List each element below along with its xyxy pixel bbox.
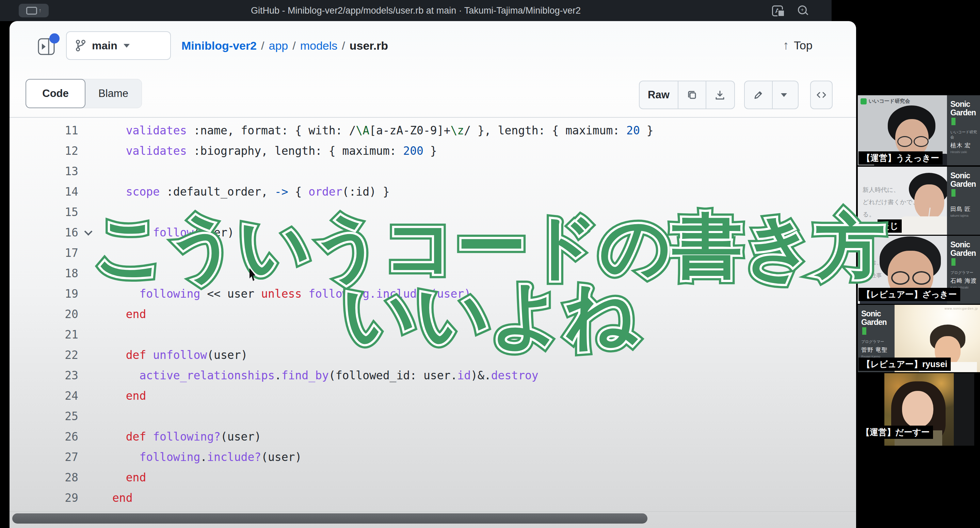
line-number[interactable]: 29 xyxy=(10,488,78,508)
code-line: 28 end xyxy=(10,468,856,488)
member-name-en: takumi tajima xyxy=(950,214,980,217)
scrollbar-track-line xyxy=(10,511,856,512)
breadcrumb-repo-link[interactable]: Miniblog-ver2 xyxy=(181,39,257,52)
member-name: 田島 匠 xyxy=(950,205,980,213)
breadcrumb-separator: / xyxy=(337,39,349,52)
line-number[interactable]: 14 xyxy=(10,182,78,202)
breadcrumb-separator: / xyxy=(257,39,269,52)
code-text: validates :biography, length: { maximum:… xyxy=(112,141,437,161)
member-role: プログラマー xyxy=(861,339,894,344)
org-name: Sonic Garden xyxy=(950,100,979,125)
code-line: 26 def following?(user) xyxy=(10,427,856,447)
participant-tile-uekki: いいコード研究会 Sonic Garden いいコード研究会 植木 宏 Hiro… xyxy=(858,95,980,165)
code-line: 11 validates :name, format: { with: /\A[… xyxy=(10,121,856,141)
video-frame: GitHub - Miniblog-ver2/app/models/user.r… xyxy=(0,0,980,528)
chevron-down-icon xyxy=(781,93,787,97)
line-number[interactable]: 15 xyxy=(10,202,78,222)
top-label: Top xyxy=(794,39,813,52)
org-name: Sonic Garden xyxy=(950,241,979,266)
breadcrumb-path-link[interactable]: app xyxy=(269,39,288,52)
glasses-icon xyxy=(897,136,912,147)
pencil-icon xyxy=(753,89,764,100)
code-line: 22 def unfollow(user) xyxy=(10,345,856,365)
poster-text: るのは、 的な仕事 xyxy=(860,256,882,282)
breadcrumb-file-name: user.rb xyxy=(350,39,388,52)
share-arrow-icon: ↑ xyxy=(39,8,41,13)
line-number[interactable]: 26 xyxy=(10,427,78,447)
code-line: 14 scope :default_order, -> { order(:id)… xyxy=(10,182,856,202)
sonic-garden-panel: Sonic Garden 田島 匠 takumi tajima xyxy=(947,167,980,235)
line-number[interactable]: 27 xyxy=(10,447,78,468)
participant-tile-taji: 新人時代に、 どれだけ書くかで、 る。 Sonic Garden 田島 匠 ta… xyxy=(858,167,980,235)
code-text: following << user unless following.inclu… xyxy=(112,284,471,304)
member-name: 植木 宏 xyxy=(950,141,980,149)
code-text: scope :default_order, -> { order(:id) } xyxy=(112,182,390,202)
line-number[interactable]: 20 xyxy=(10,304,78,325)
code-text: active_relationships.find_by(followed_id… xyxy=(112,365,539,386)
participant-tile-dasu: 【運営】だーすー xyxy=(858,373,980,446)
line-number[interactable]: 24 xyxy=(10,386,78,406)
line-number[interactable]: 16 xyxy=(10,222,78,243)
code-text: def follow(user) xyxy=(112,222,234,243)
edit-button[interactable] xyxy=(745,81,772,108)
participant-label: 【レビュアー】ざっきー xyxy=(859,288,960,301)
code-line: 16 def follow(user) xyxy=(10,222,856,243)
line-number[interactable]: 21 xyxy=(10,325,78,345)
back-to-top-button[interactable]: ↑ Top xyxy=(783,33,813,57)
code-line: 17 xyxy=(10,243,856,263)
raw-button[interactable]: Raw xyxy=(640,81,678,108)
browser-tab-button[interactable]: ↑ xyxy=(19,4,49,17)
branch-selector[interactable]: main xyxy=(66,31,171,60)
horizontal-scrollbar-thumb[interactable] xyxy=(12,514,648,523)
code-text: end xyxy=(112,386,146,406)
line-number[interactable]: 22 xyxy=(10,345,78,365)
code-text: end xyxy=(112,468,146,488)
member-name: 石﨑 海渡 xyxy=(950,277,980,285)
participant-label: 【レビュアー】ryusei xyxy=(859,358,951,371)
tab-blame[interactable]: Blame xyxy=(85,79,142,108)
code-text: following.include?(user) xyxy=(112,447,302,468)
code-line: 13 xyxy=(10,161,856,182)
tab-code[interactable]: Code xyxy=(25,79,86,108)
breadcrumb-path-link[interactable]: models xyxy=(300,39,338,52)
line-number[interactable]: 23 xyxy=(10,365,78,386)
copy-button[interactable] xyxy=(678,81,706,108)
zoom-icon[interactable]: + xyxy=(797,5,810,17)
participant-label: 【運営】だーすー xyxy=(858,426,933,439)
org-name: Sonic Garden xyxy=(861,309,890,335)
code-line: 27 following.include?(user) xyxy=(10,447,856,468)
edit-dropdown-button[interactable] xyxy=(772,81,795,108)
code-line: 24 end xyxy=(10,386,856,406)
line-number[interactable]: 28 xyxy=(10,468,78,488)
branch-name: main xyxy=(92,40,118,52)
glasses-icon xyxy=(891,271,910,285)
download-button[interactable] xyxy=(706,81,733,108)
code-text: def following?(user) xyxy=(112,427,261,447)
line-number[interactable]: 25 xyxy=(10,406,78,427)
collapse-chevron-icon[interactable] xyxy=(84,228,92,236)
line-number[interactable]: 19 xyxy=(10,284,78,304)
line-number[interactable]: 12 xyxy=(10,141,78,161)
participant-label: 【運営】うえっきー xyxy=(859,151,943,165)
line-number[interactable]: 13 xyxy=(10,161,78,182)
org-name: Sonic Garden xyxy=(950,171,979,197)
member-name: 菅野 竜聖 xyxy=(861,346,894,354)
code-text: end xyxy=(112,304,146,325)
translate-icon[interactable]: A xyxy=(772,5,785,17)
code-symbols-button[interactable] xyxy=(810,81,833,109)
sonic-garden-green-square xyxy=(951,118,956,125)
file-tree-toggle-button[interactable] xyxy=(37,36,57,56)
line-number[interactable]: 17 xyxy=(10,243,78,263)
member-team: いいコード研究会 xyxy=(950,130,980,140)
code-line: 29end xyxy=(10,488,856,508)
code-line: 19 following << user unless following.in… xyxy=(10,284,856,304)
sonic-garden-panel: Sonic Garden いいコード研究会 植木 宏 Hiroshi Ueki xyxy=(947,95,980,165)
tab-thumbnail-icon xyxy=(26,7,37,14)
copy-icon xyxy=(687,89,697,100)
github-window: main Miniblog-ver2 / app / models / user… xyxy=(10,21,856,528)
line-number[interactable]: 18 xyxy=(10,263,78,284)
participant-tile-ryusei: www.sonicgarden.jp Sonic Garden プログラマー 菅… xyxy=(858,305,980,372)
line-number[interactable]: 11 xyxy=(10,121,78,141)
code-text: validates :name, format: { with: /\A[a-z… xyxy=(112,121,654,141)
tile-side-strip xyxy=(954,373,974,446)
